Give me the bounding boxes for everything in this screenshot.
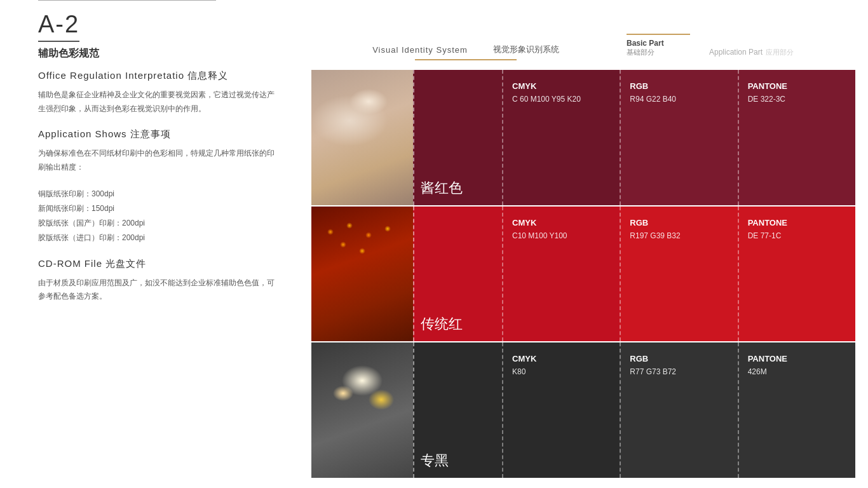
section2-title: Application Shows 注意事项 xyxy=(38,128,280,140)
cmyk-value-1: C 60 M100 Y95 K20 xyxy=(512,95,581,104)
section3-title: CD-ROM File 光盘文件 xyxy=(38,258,280,270)
print-list: 铜版纸张印刷：300dpi 新闻纸张印刷：150dpi 胶版纸张（国产）印刷：2… xyxy=(38,187,280,245)
color-rgb-3: RGB R77 G73 B72 xyxy=(620,342,737,478)
center-divider xyxy=(415,59,517,60)
section3-text: 由于材质及印刷应用范围及广，如没不能达到企业标准辅助色色值，可参考配色备选方案。 xyxy=(38,276,280,304)
print-item-2: 新闻纸张印刷：150dpi xyxy=(38,201,280,216)
color-name-text-3: 专黑 xyxy=(421,451,449,470)
rgb-value-1: R94 G22 B40 xyxy=(630,95,676,104)
pantone-label-1: PANTONE xyxy=(748,81,787,91)
color-rgb-2: RGB R197 G39 B32 xyxy=(620,207,737,342)
nav-app: Application Part 应用部分 xyxy=(690,46,794,60)
vis-label-cn: 视觉形象识别系统 xyxy=(493,44,559,55)
pantone-label-3: PANTONE xyxy=(748,354,787,363)
nav-basic-en: Basic Part xyxy=(627,39,664,48)
photo-cell-2 xyxy=(311,207,413,342)
nav-app-cn: 应用部分 xyxy=(766,48,794,56)
nav-basic: Basic Part 基础部分 xyxy=(627,34,690,60)
vis-label-en: Visual Identity System xyxy=(372,45,468,55)
rgb-label-1: RGB xyxy=(630,81,648,91)
rgb-value-2: R197 G39 B32 xyxy=(630,231,680,240)
color-name-2: 传统红 xyxy=(413,207,502,342)
section1-title: Office Regulation Interpretatio 信息释义 xyxy=(38,70,280,82)
right-panel: 酱红色 CMYK C 60 M100 Y95 K20 RGB R94 G22 B… xyxy=(311,70,855,475)
section2-intro: 为确保标准色在不同纸材印刷中的色彩相同，特规定几种常用纸张的印刷输出精度： xyxy=(38,147,280,174)
color-cmyk-3: CMYK K80 xyxy=(502,342,620,478)
photo-cell-3 xyxy=(311,342,413,478)
section3: CD-ROM File 光盘文件 由于材质及印刷应用范围及广，如没不能达到企业标… xyxy=(38,258,280,304)
pantone-value-1: DE 322-3C xyxy=(748,95,785,104)
color-name-3: 专黑 xyxy=(413,342,502,478)
cmyk-value-3: K80 xyxy=(512,367,526,376)
header-vis-labels: Visual Identity System 视觉形象识别系统 xyxy=(372,44,559,55)
print-item-4: 胶版纸张（进口）印刷：200dpi xyxy=(38,231,280,245)
color-pantone-2: PANTONE DE 77-1C xyxy=(738,207,855,342)
header-divider xyxy=(38,0,216,1)
page-code: A-2 xyxy=(38,11,79,42)
left-panel: Office Regulation Interpretatio 信息释义 辅助色… xyxy=(38,70,280,469)
header-center: Visual Identity System 视觉形象识别系统 xyxy=(305,44,627,64)
nav-basic-cn: 基础部分 xyxy=(627,48,654,57)
color-row-3: 专黑 CMYK K80 RGB R77 G73 B72 PANTONE 426M xyxy=(311,342,855,478)
color-row-1: 酱红色 CMYK C 60 M100 Y95 K20 RGB R94 G22 B… xyxy=(311,70,855,205)
header-left: A-2 辅助色彩规范 xyxy=(0,0,305,64)
header: A-2 辅助色彩规范 Visual Identity System 视觉形象识别… xyxy=(0,0,868,70)
cmyk-label-1: CMYK xyxy=(512,81,536,91)
color-name-text-1: 酱红色 xyxy=(421,179,463,198)
color-rgb-1: RGB R94 G22 B40 xyxy=(620,70,737,205)
color-pantone-3: PANTONE 426M xyxy=(738,342,855,478)
pantone-value-3: 426M xyxy=(748,367,767,376)
cmyk-label-2: CMYK xyxy=(512,218,536,227)
photo-cell-1 xyxy=(311,70,413,205)
rgb-value-3: R77 G73 B72 xyxy=(630,367,676,376)
nav-basic-divider xyxy=(627,34,690,35)
cmyk-value-2: C10 M100 Y100 xyxy=(512,231,567,240)
print-item-3: 胶版纸张（国产）印刷：200dpi xyxy=(38,216,280,231)
rgb-label-2: RGB xyxy=(630,218,648,227)
color-name-1: 酱红色 xyxy=(413,70,502,205)
cmyk-label-3: CMYK xyxy=(512,354,536,363)
color-cmyk-2: CMYK C10 M100 Y100 xyxy=(502,207,620,342)
page-title: 辅助色彩规范 xyxy=(38,47,305,60)
color-cmyk-1: CMYK C 60 M100 Y95 K20 xyxy=(502,70,620,205)
section1-text: 辅助色是象征企业精神及企业文化的重要视觉因素，它透过视觉传达产生强烈印象，从而达… xyxy=(38,88,280,116)
nav-app-en: Application Part xyxy=(709,48,763,57)
print-item-1: 铜版纸张印刷：300dpi xyxy=(38,187,280,201)
pantone-label-2: PANTONE xyxy=(748,218,787,227)
header-nav: Basic Part 基础部分 Application Part 应用部分 xyxy=(627,34,868,64)
color-row-2: 传统红 CMYK C10 M100 Y100 RGB R197 G39 B32 … xyxy=(311,207,855,342)
color-pantone-1: PANTONE DE 322-3C xyxy=(738,70,855,205)
pantone-value-2: DE 77-1C xyxy=(748,231,782,240)
color-name-text-2: 传统红 xyxy=(421,315,463,334)
rgb-label-3: RGB xyxy=(630,354,648,363)
